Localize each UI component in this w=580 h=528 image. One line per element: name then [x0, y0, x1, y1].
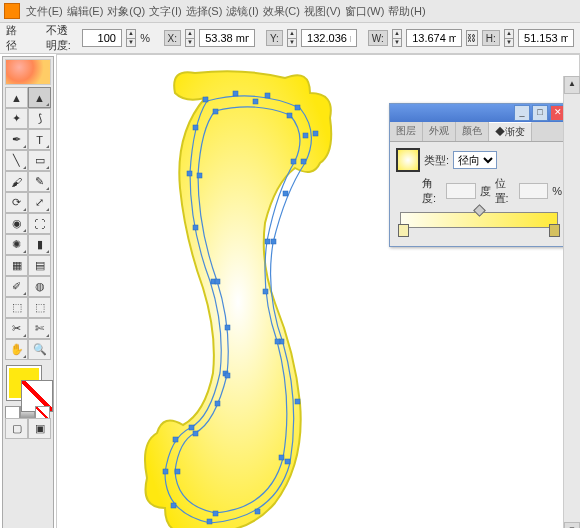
live-paint-select-tool[interactable]: ⬚: [28, 297, 51, 318]
reflect-tool[interactable]: ⤢: [28, 192, 51, 213]
h-field[interactable]: [518, 29, 574, 47]
menu-object[interactable]: 对象(Q): [107, 4, 145, 19]
type-tool[interactable]: T: [28, 129, 51, 150]
options-bar: 路径 不透明度: ▲▼ % X: ▲▼ Y: ▲▼ W: ▲▼ ⛓ H: ▲▼: [0, 23, 580, 54]
menu-help[interactable]: 帮助(H): [388, 4, 425, 19]
selection-tool[interactable]: ▲: [5, 87, 28, 108]
app-icon: [4, 3, 20, 19]
symbol-sprayer-tool[interactable]: ✺: [5, 234, 28, 255]
vertical-scrollbar[interactable]: ▲ ▼: [563, 76, 580, 528]
lock-aspect-icon[interactable]: ⛓: [466, 30, 478, 46]
rotate-tool[interactable]: ⟳: [5, 192, 28, 213]
screen-mode-normal[interactable]: ▢: [5, 418, 28, 439]
svg-rect-1: [233, 91, 238, 96]
x-stepper[interactable]: ▲▼: [185, 29, 195, 47]
svg-rect-10: [295, 399, 300, 404]
screen-mode-full[interactable]: ▣: [28, 418, 51, 439]
pencil-tool[interactable]: ✎: [28, 171, 51, 192]
menu-filter[interactable]: 滤镜(I): [226, 4, 258, 19]
color-swatches: [5, 364, 51, 418]
menu-select[interactable]: 选择(S): [186, 4, 223, 19]
svg-rect-14: [171, 503, 176, 508]
canvas[interactable]: _ □ ✕ 图层 外观 颜色 ◆渐变 类型: 径向 角度: 度 位置: %: [56, 54, 580, 528]
h-label: H:: [482, 30, 500, 46]
live-paint-tool[interactable]: ⬚: [5, 297, 28, 318]
paintbrush-tool[interactable]: 🖌: [5, 171, 28, 192]
toolbox-header-icon: [5, 59, 51, 85]
eyedropper-tool[interactable]: ✐: [5, 276, 28, 297]
free-transform-tool[interactable]: ⛶: [28, 213, 51, 234]
gradient-midpoint[interactable]: [473, 204, 486, 217]
menu-window[interactable]: 窗口(W): [345, 4, 385, 19]
svg-rect-22: [193, 225, 198, 230]
scissors-tool[interactable]: ✄: [28, 318, 51, 339]
panel-titlebar[interactable]: _ □ ✕: [390, 104, 568, 122]
menu-edit[interactable]: 编辑(E): [67, 4, 104, 19]
graph-tool[interactable]: ▮: [28, 234, 51, 255]
svg-rect-15: [163, 469, 168, 474]
gradient-type-select[interactable]: 径向: [453, 151, 497, 169]
opacity-field[interactable]: [82, 29, 122, 47]
w-field[interactable]: [406, 29, 462, 47]
gradient-stop-right[interactable]: [549, 224, 560, 237]
scroll-up-icon[interactable]: ▲: [564, 76, 580, 94]
svg-rect-8: [263, 289, 268, 294]
svg-rect-37: [215, 279, 220, 284]
svg-rect-6: [283, 191, 288, 196]
svg-rect-12: [255, 509, 260, 514]
h-stepper[interactable]: ▲▼: [504, 29, 514, 47]
svg-rect-29: [291, 159, 296, 164]
zoom-tool[interactable]: 🔍: [28, 339, 51, 360]
svg-rect-7: [271, 239, 276, 244]
svg-rect-20: [225, 325, 230, 330]
x-field[interactable]: [199, 29, 255, 47]
mesh-tool[interactable]: ▦: [5, 255, 28, 276]
gradient-ramp[interactable]: [400, 212, 558, 228]
menu-type[interactable]: 文字(I): [149, 4, 181, 19]
warp-tool[interactable]: ◉: [5, 213, 28, 234]
tab-layers[interactable]: 图层: [390, 122, 423, 141]
menu-file[interactable]: 文件(E): [26, 4, 63, 19]
angle-field[interactable]: [446, 183, 475, 199]
tab-appearance[interactable]: 外观: [423, 122, 456, 141]
artwork-letter-s[interactable]: [135, 63, 365, 528]
svg-rect-31: [275, 339, 280, 344]
toolbox: ▲▲ ✦⟆ ✒T ╲▭ 🖌✎ ⟳⤢ ◉⛶ ✺▮ ▦▤ ✐◍ ⬚⬚ ✂✄ ✋🔍 ▢…: [2, 56, 54, 528]
w-stepper[interactable]: ▲▼: [392, 29, 402, 47]
percent-label: %: [140, 32, 150, 44]
scroll-down-icon[interactable]: ▼: [564, 522, 580, 528]
minimize-icon[interactable]: _: [514, 105, 530, 121]
collapse-icon[interactable]: □: [532, 105, 548, 121]
svg-rect-24: [193, 125, 198, 130]
lasso-tool[interactable]: ⟆: [28, 108, 51, 129]
rectangle-tool[interactable]: ▭: [28, 150, 51, 171]
y-field[interactable]: [301, 29, 357, 47]
line-tool[interactable]: ╲: [5, 150, 28, 171]
svg-rect-36: [225, 373, 230, 378]
svg-rect-26: [253, 99, 258, 104]
position-field[interactable]: [519, 183, 548, 199]
tab-color[interactable]: 颜色: [456, 122, 489, 141]
menu-view[interactable]: 视图(V): [304, 4, 341, 19]
opacity-stepper[interactable]: ▲▼: [126, 29, 136, 47]
tab-gradient[interactable]: ◆渐变: [489, 122, 532, 141]
gradient-preview-swatch[interactable]: [396, 148, 420, 172]
menu-effect[interactable]: 效果(C): [263, 4, 300, 19]
position-unit: %: [552, 185, 562, 197]
magic-wand-tool[interactable]: ✦: [5, 108, 28, 129]
svg-rect-18: [215, 401, 220, 406]
slice-tool[interactable]: ✂: [5, 318, 28, 339]
svg-rect-16: [173, 437, 178, 442]
pen-tool[interactable]: ✒: [5, 129, 28, 150]
position-label: 位置:: [495, 176, 515, 206]
hand-tool[interactable]: ✋: [5, 339, 28, 360]
opacity-label: 不透明度:: [46, 23, 78, 53]
gradient-stop-left[interactable]: [398, 224, 409, 237]
w-label: W:: [368, 30, 388, 46]
svg-rect-11: [285, 459, 290, 464]
blend-tool[interactable]: ◍: [28, 276, 51, 297]
y-stepper[interactable]: ▲▼: [287, 29, 297, 47]
direct-selection-tool[interactable]: ▲: [28, 87, 51, 108]
svg-rect-4: [313, 131, 318, 136]
gradient-tool[interactable]: ▤: [28, 255, 51, 276]
